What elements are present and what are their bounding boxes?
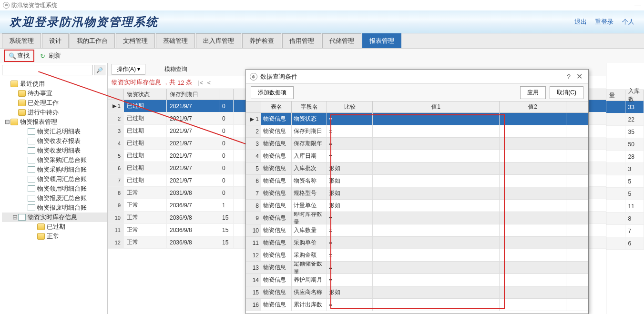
search-icon: 🔍	[9, 52, 15, 59]
relogin-link[interactable]: 重登录	[595, 18, 613, 25]
filter-row[interactable]: 15物资信息供应商名称形如	[246, 286, 588, 299]
tree-node[interactable]: 物资领用明细台账	[2, 184, 107, 193]
banner-links: 退出 重登录 个人	[568, 18, 634, 26]
menu-5[interactable]: 出入库管理	[196, 33, 241, 48]
tree-node[interactable]: 物资收发存报表	[2, 136, 107, 146]
tree-node[interactable]: 物资收发明细表	[2, 146, 107, 155]
menu-3[interactable]: 文档管理	[116, 33, 155, 48]
table-row[interactable]: 50	[606, 138, 644, 151]
pager: |< <	[197, 79, 212, 86]
tree-node[interactable]: 已处理工作	[2, 98, 107, 108]
logout-link[interactable]: 退出	[574, 18, 587, 25]
tree-node[interactable]: 进行中待办	[2, 108, 107, 117]
operation-dropdown[interactable]: 操作(A) ▾	[112, 64, 145, 75]
table-row[interactable]: 22	[606, 113, 644, 126]
menu-1[interactable]: 设计	[42, 33, 69, 48]
filter-row[interactable]: 6物资信息物资名称形如	[246, 175, 588, 187]
table-row[interactable]: 35	[606, 126, 644, 138]
menubar: 系统管理设计我的工作台文档管理基础管理出入库管理养护检查借用管理代储管理报表管理	[0, 33, 644, 49]
banner-title: 欢迎登录防汛物资管理系统	[10, 14, 158, 30]
filter-row[interactable]: 3物资信息保存期限年=	[246, 138, 588, 150]
pager-first-icon[interactable]: |<	[197, 79, 204, 86]
personal-link[interactable]: 个人	[622, 18, 634, 25]
table-row[interactable]: 7	[606, 225, 644, 237]
filter-row[interactable]: 16物资信息累计出库数=	[246, 299, 588, 311]
app-icon: ⊚	[3, 2, 10, 9]
pager-prev-icon[interactable]: <	[206, 79, 212, 86]
add-data-item-button[interactable]: 添加数据项	[251, 86, 294, 99]
dialog-grid-header: 表名 字段名 比较 值1 值2	[246, 101, 588, 113]
right-header: 量 入库数	[606, 90, 644, 101]
help-icon[interactable]: ?	[563, 73, 574, 81]
apply-button[interactable]: 应用	[520, 86, 546, 99]
nav-tree: 最近使用待办事宜已处理工作进行中待办⊟物资报表管理物资汇总明细表物资收发存报表物…	[0, 77, 107, 241]
table-row[interactable]: 28	[606, 151, 644, 163]
refresh-icon: ↻	[40, 52, 47, 59]
titlebar: ⊚ 防汛物资管理系统 —	[0, 0, 644, 10]
tree-node[interactable]: 正常	[2, 232, 107, 241]
window-minimize-icon[interactable]: —	[634, 1, 641, 9]
table-row[interactable]: 8	[606, 213, 644, 225]
col-status[interactable]: 物资状态	[124, 89, 167, 100]
dialog-title: 数据查询条件	[260, 72, 297, 81]
close-icon[interactable]: ✕	[574, 72, 584, 81]
filter-row[interactable]: 8物资信息计量单位形如	[246, 200, 588, 212]
filter-row[interactable]: 4物资信息入库日期=	[246, 150, 588, 162]
filter-row[interactable]: 12物资信息采购金额=	[246, 249, 588, 262]
dialog-grid: 表名 字段名 比较 值1 值2 ▶ 1物资信息物资状态=2物资信息保存到期日=3…	[246, 101, 588, 314]
banner: 欢迎登录防汛物资管理系统 退出 重登录 个人	[0, 10, 644, 33]
dialog-titlebar: ⊚ 数据查询条件 ? ✕	[246, 70, 588, 84]
table-row[interactable]: 33	[606, 101, 644, 113]
menu-4[interactable]: 基础管理	[156, 33, 195, 48]
tree-node[interactable]: 物资报废明细台账	[2, 203, 107, 213]
tree-node[interactable]: 已过期	[2, 222, 107, 232]
sidebar-search-input[interactable]	[2, 65, 93, 75]
tree-node[interactable]: ⊟物资实时库存信息	[2, 213, 107, 222]
sidebar: 🔎 最近使用待办事宜已处理工作进行中待办⊟物资报表管理物资汇总明细表物资收发存报…	[0, 63, 108, 314]
filter-row[interactable]: 2物资信息保存到期日=	[246, 125, 588, 138]
query-dialog: ⊚ 数据查询条件 ? ✕ 添加数据项 应用 取消(C) 表名 字段名 比较 值1…	[245, 69, 589, 314]
table-row[interactable]: 11	[606, 200, 644, 213]
table-row[interactable]: 5	[606, 188, 644, 200]
find-button[interactable]: 🔍 查找	[4, 50, 34, 62]
dialog-toolbar: 添加数据项 应用 取消(C)	[246, 84, 588, 101]
tree-node[interactable]: 物资采购明细台账	[2, 165, 107, 174]
dialog-icon: ⊚	[250, 73, 257, 81]
filter-row[interactable]: 9物资信息即时库存数量=	[246, 212, 588, 224]
menu-2[interactable]: 我的工作台	[70, 33, 115, 48]
filter-row[interactable]: 11物资信息采购单价=	[246, 237, 588, 249]
sidebar-search-go[interactable]: 🔎	[94, 65, 105, 75]
tree-node[interactable]: ⊟物资报表管理	[2, 117, 107, 127]
table-row[interactable]: 5	[606, 175, 644, 188]
refresh-button[interactable]: ↻ 刷新	[40, 51, 61, 60]
filter-row[interactable]: 7物资信息规格型号形如	[246, 187, 588, 200]
table-row[interactable]: 3	[606, 163, 644, 175]
table-row[interactable]: 6	[606, 237, 644, 250]
app-title: 防汛物资管理系统	[11, 1, 57, 10]
filter-row[interactable]: 10物资信息入库数量=	[246, 224, 588, 237]
tree-node[interactable]: 最近使用	[2, 79, 107, 89]
menu-7[interactable]: 借用管理	[282, 33, 321, 48]
filter-row[interactable]: ▶ 1物资信息物资状态=	[246, 113, 588, 125]
col-val[interactable]	[219, 89, 234, 100]
sidebar-search: 🔎	[0, 63, 107, 77]
tree-node[interactable]: 物资报废汇总台账	[2, 193, 107, 203]
tree-node[interactable]: 待办事宜	[2, 89, 107, 98]
col-date[interactable]: 保存到期日	[167, 89, 219, 100]
menu-6[interactable]: 养护检查	[242, 33, 281, 48]
cancel-button[interactable]: 取消(C)	[550, 86, 583, 99]
sub-toolbar: 🔍 查找 ↻ 刷新	[0, 49, 644, 63]
menu-8[interactable]: 代储管理	[322, 33, 361, 48]
filter-row[interactable]: 13物资信息定额储备数量=	[246, 262, 588, 274]
tree-node[interactable]: 物资汇总明细表	[2, 127, 107, 136]
tree-node[interactable]: 物资采购汇总台账	[2, 155, 107, 165]
menu-0[interactable]: 系统管理	[2, 33, 41, 48]
filter-row[interactable]: 5物资信息入库批次形如	[246, 162, 588, 175]
menu-9[interactable]: 报表管理	[362, 33, 401, 48]
fuzzy-query-label: 模糊查询	[164, 65, 187, 73]
filter-row[interactable]: 14物资信息养护周期月=	[246, 274, 588, 286]
right-columns: 量 入库数 332235502835511876	[606, 63, 644, 314]
tree-node[interactable]: 物资领用汇总台账	[2, 174, 107, 184]
